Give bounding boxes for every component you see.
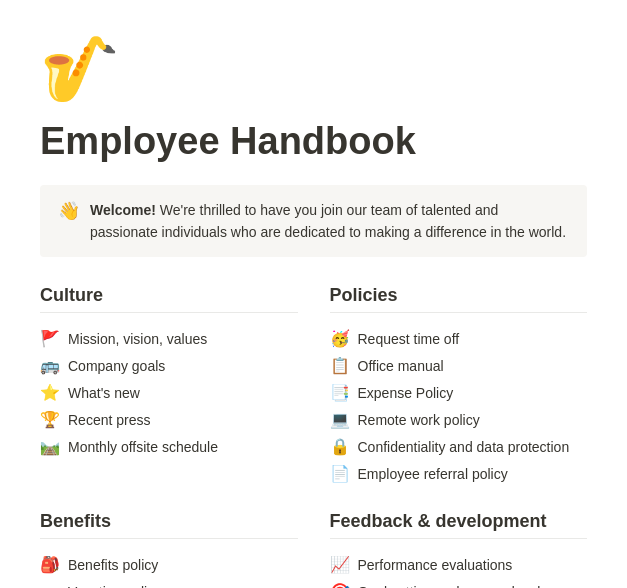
item-label: Monthly offsite schedule bbox=[68, 439, 218, 455]
page-title: Employee Handbook bbox=[40, 119, 587, 165]
car-icon: 🚗 bbox=[40, 582, 60, 588]
backpack-icon: 🎒 bbox=[40, 555, 60, 574]
trophy-icon: 🏆 bbox=[40, 410, 60, 429]
feedback-section: Feedback & development 📈 Performance eva… bbox=[330, 511, 588, 588]
feedback-list: 📈 Performance evaluations 🎯 Goal setting… bbox=[330, 551, 588, 588]
list-item[interactable]: 🎒 Benefits policy bbox=[40, 551, 298, 578]
culture-list: 🚩 Mission, vision, values 🚌 Company goal… bbox=[40, 325, 298, 460]
benefits-list: 🎒 Benefits policy 🚗 Vacation policy 🧾 Ex… bbox=[40, 551, 298, 588]
document-icon: 📄 bbox=[330, 464, 350, 483]
list-item[interactable]: 🚌 Company goals bbox=[40, 352, 298, 379]
culture-heading: Culture bbox=[40, 285, 298, 313]
item-label: Performance evaluations bbox=[358, 557, 513, 573]
item-label: Employee referral policy bbox=[358, 466, 508, 482]
list-item[interactable]: 🏆 Recent press bbox=[40, 406, 298, 433]
bus-icon: 🚌 bbox=[40, 356, 60, 375]
list-item[interactable]: 💻 Remote work policy bbox=[330, 406, 588, 433]
wave-icon: 👋 bbox=[58, 200, 80, 222]
scroll-icon: 📑 bbox=[330, 383, 350, 402]
welcome-text: Welcome! We're thrilled to have you join… bbox=[90, 199, 569, 244]
welcome-bold: Welcome! bbox=[90, 202, 156, 218]
list-item[interactable]: 🚩 Mission, vision, values bbox=[40, 325, 298, 352]
item-label: Goal setting and career develop... bbox=[358, 584, 568, 588]
star-icon: ⭐ bbox=[40, 383, 60, 402]
item-label: Vacation policy bbox=[68, 584, 161, 588]
item-label: Expense Policy bbox=[358, 385, 454, 401]
road-icon: 🛤️ bbox=[40, 437, 60, 456]
item-label: Mission, vision, values bbox=[68, 331, 207, 347]
policies-list: 🥳 Request time off 📋 Office manual 📑 Exp… bbox=[330, 325, 588, 487]
list-item[interactable]: 📑 Expense Policy bbox=[330, 379, 588, 406]
item-label: Company goals bbox=[68, 358, 165, 374]
clipboard-icon: 📋 bbox=[330, 356, 350, 375]
lock-icon: 🔒 bbox=[330, 437, 350, 456]
list-item[interactable]: 📄 Employee referral policy bbox=[330, 460, 588, 487]
item-label: Recent press bbox=[68, 412, 150, 428]
page-emoji: 🎷 bbox=[40, 32, 587, 107]
chart-icon: 📈 bbox=[330, 555, 350, 574]
policies-section: Policies 🥳 Request time off 📋 Office man… bbox=[330, 285, 588, 487]
item-label: What's new bbox=[68, 385, 140, 401]
target-icon: 🎯 bbox=[330, 582, 350, 588]
item-label: Office manual bbox=[358, 358, 444, 374]
list-item[interactable]: 🎯 Goal setting and career develop... bbox=[330, 578, 588, 588]
item-label: Request time off bbox=[358, 331, 460, 347]
culture-section: Culture 🚩 Mission, vision, values 🚌 Comp… bbox=[40, 285, 298, 487]
item-label: Confidentiality and data protection bbox=[358, 439, 570, 455]
policies-heading: Policies bbox=[330, 285, 588, 313]
list-item[interactable]: ⭐ What's new bbox=[40, 379, 298, 406]
list-item[interactable]: 📈 Performance evaluations bbox=[330, 551, 588, 578]
list-item[interactable]: 🔒 Confidentiality and data protection bbox=[330, 433, 588, 460]
computer-icon: 💻 bbox=[330, 410, 350, 429]
list-item[interactable]: 📋 Office manual bbox=[330, 352, 588, 379]
list-item[interactable]: 🚗 Vacation policy bbox=[40, 578, 298, 588]
list-item[interactable]: 🥳 Request time off bbox=[330, 325, 588, 352]
benefits-section: Benefits 🎒 Benefits policy 🚗 Vacation po… bbox=[40, 511, 298, 588]
list-item[interactable]: 🛤️ Monthly offsite schedule bbox=[40, 433, 298, 460]
feedback-heading: Feedback & development bbox=[330, 511, 588, 539]
item-label: Remote work policy bbox=[358, 412, 480, 428]
benefits-heading: Benefits bbox=[40, 511, 298, 539]
welcome-body: We're thrilled to have you join our team… bbox=[90, 202, 566, 240]
party-icon: 🥳 bbox=[330, 329, 350, 348]
content-columns: Culture 🚩 Mission, vision, values 🚌 Comp… bbox=[40, 285, 587, 588]
item-label: Benefits policy bbox=[68, 557, 158, 573]
welcome-banner: 👋 Welcome! We're thrilled to have you jo… bbox=[40, 185, 587, 258]
flag-icon: 🚩 bbox=[40, 329, 60, 348]
